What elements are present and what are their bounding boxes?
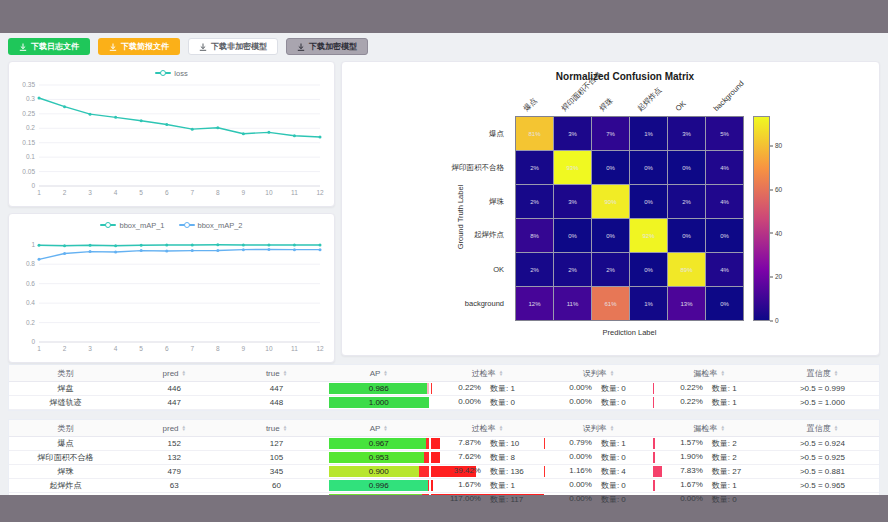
cell-misjudge-rate: 0.79%数量: 1 — [544, 437, 653, 450]
svg-text:0.1: 0.1 — [26, 153, 35, 160]
confusion-matrix-row-labels: 爆点焊印面积不合格焊珠起焊炸点OKbackground — [342, 117, 510, 320]
svg-text:2: 2 — [63, 189, 67, 196]
dashboard-content: 下载日志文件 下载简报文件 下载非加密模型 下载加密模型 loss 00.050… — [0, 33, 888, 508]
cell-true: 105 — [226, 451, 326, 464]
column-header[interactable]: 置信度▲▼ — [766, 420, 879, 436]
svg-text:10: 10 — [265, 189, 273, 196]
column-header[interactable]: 置信度▲▼ — [766, 365, 879, 381]
matrix-cell: 4% — [706, 253, 743, 286]
svg-text:0.15: 0.15 — [22, 139, 35, 146]
cell-miss-rate: 1.57%数量: 2 — [653, 437, 766, 450]
cell-misjudge-rate: 0.00%数量: 0 — [544, 493, 653, 506]
download-icon — [199, 43, 207, 51]
cell-ap: 0.900 — [327, 465, 431, 478]
cell-pred: 446 — [122, 382, 226, 395]
matrix-row-label: 焊印面积不合格 — [342, 151, 510, 185]
matrix-cell: 7% — [592, 117, 629, 150]
loss-chart-card: loss 00.050.10.150.20.250.30.35123456789… — [8, 61, 335, 207]
download-plain-model-button[interactable]: 下载非加密模型 — [188, 38, 278, 55]
cell-misjudge-rate: 1.16%数量: 4 — [544, 465, 653, 478]
cell-ap: 0.967 — [327, 437, 431, 450]
metrics-tables: 类别pred▲▼true▲▼AP▲▼过检率▲▼误判率▲▼漏检率▲▼置信度▲▼焊盘… — [8, 364, 880, 508]
button-label: 下载加密模型 — [309, 41, 357, 52]
svg-text:11: 11 — [291, 189, 298, 196]
matrix-cell: 89% — [668, 253, 705, 286]
column-header[interactable]: pred▲▼ — [122, 365, 226, 381]
sort-icon[interactable]: ▲▼ — [383, 425, 387, 432]
matrix-row-label: background — [342, 286, 510, 320]
download-button-row: 下载日志文件 下载简报文件 下载非加密模型 下载加密模型 — [8, 38, 880, 55]
button-label: 下载简报文件 — [121, 41, 169, 52]
column-header[interactable]: AP▲▼ — [327, 365, 431, 381]
cell-misjudge-rate: 0.00%数量: 0 — [544, 451, 653, 464]
line-charts-column: loss 00.050.10.150.20.250.30.35123456789… — [8, 61, 335, 356]
column-header[interactable]: 过检率▲▼ — [431, 420, 544, 436]
download-icon — [19, 43, 27, 51]
download-encrypted-model-button[interactable]: 下载加密模型 — [286, 38, 368, 55]
sort-icon[interactable]: ▲▼ — [182, 425, 186, 432]
svg-text:6: 6 — [165, 345, 169, 352]
sort-icon[interactable]: ▲▼ — [834, 370, 838, 377]
download-icon — [109, 43, 117, 51]
cell-pred: 152 — [122, 437, 226, 450]
column-header[interactable]: 过检率▲▼ — [431, 365, 544, 381]
matrix-cell: 1% — [630, 117, 667, 150]
column-header[interactable]: 漏检率▲▼ — [653, 420, 766, 436]
sort-icon[interactable]: ▲▼ — [610, 370, 614, 377]
svg-text:0.6: 0.6 — [26, 280, 35, 287]
sort-icon[interactable]: ▲▼ — [721, 370, 725, 377]
cell-over-detection-rate: 0.00%数量: 0 — [431, 396, 544, 409]
sort-icon[interactable]: ▲▼ — [383, 370, 387, 377]
legend-item[interactable]: bbox_mAP_2 — [179, 221, 243, 230]
svg-text:0: 0 — [31, 182, 35, 189]
sort-icon[interactable]: ▲▼ — [721, 425, 725, 432]
svg-text:3: 3 — [88, 189, 92, 196]
charts-area: loss 00.050.10.150.20.250.30.35123456789… — [8, 61, 880, 356]
matrix-cell: 0% — [630, 185, 667, 218]
confusion-matrix-title: Normalized Confusion Matrix — [510, 71, 740, 82]
sort-icon[interactable]: ▲▼ — [283, 370, 287, 377]
matrix-cell: 0% — [706, 287, 743, 320]
column-header[interactable]: 误判率▲▼ — [544, 365, 653, 381]
legend-item[interactable]: loss — [155, 69, 187, 78]
sort-icon[interactable]: ▲▼ — [610, 425, 614, 432]
column-header[interactable]: pred▲▼ — [122, 420, 226, 436]
matrix-cell: 4% — [706, 151, 743, 184]
svg-text:0.2: 0.2 — [26, 124, 35, 131]
cell-over-detection-rate: 7.62%数量: 8 — [431, 451, 544, 464]
matrix-cell: 92% — [630, 219, 667, 252]
column-header[interactable]: true▲▼ — [226, 420, 326, 436]
svg-text:4: 4 — [114, 345, 118, 352]
sort-icon[interactable]: ▲▼ — [499, 370, 503, 377]
sort-icon[interactable]: ▲▼ — [283, 425, 287, 432]
download-report-button[interactable]: 下载简报文件 — [98, 38, 180, 55]
svg-text:9: 9 — [242, 189, 246, 196]
cell-ap: 1.000 — [327, 396, 431, 409]
sort-icon[interactable]: ▲▼ — [499, 425, 503, 432]
column-header[interactable]: 误判率▲▼ — [544, 420, 653, 436]
sort-icon[interactable]: ▲▼ — [834, 425, 838, 432]
legend-item[interactable]: bbox_mAP_1 — [100, 221, 164, 230]
table-row: 起焊炸点63600.9961.67%数量: 10.00%数量: 01.67%数量… — [9, 479, 879, 493]
sort-icon[interactable]: ▲▼ — [182, 370, 186, 377]
svg-text:1: 1 — [37, 189, 41, 196]
matrix-cell: 2% — [668, 185, 705, 218]
download-icon — [297, 43, 305, 51]
matrix-cell: 2% — [516, 151, 553, 184]
matrix-cell: 0% — [706, 219, 743, 252]
svg-text:0.05: 0.05 — [22, 168, 35, 175]
column-header[interactable]: 漏检率▲▼ — [653, 365, 766, 381]
window-chrome-top — [0, 0, 888, 33]
colorbar-tick: 60 — [770, 186, 782, 193]
download-log-button[interactable]: 下载日志文件 — [8, 38, 90, 55]
matrix-column-label: 起焊炸点 — [636, 85, 664, 113]
column-header[interactable]: AP▲▼ — [327, 420, 431, 436]
svg-text:0.25: 0.25 — [22, 110, 35, 117]
svg-text:1: 1 — [37, 345, 41, 352]
cell-miss-rate: 0.22%数量: 1 — [653, 396, 766, 409]
cell-confidence: >0.5 = 1.000 — [766, 396, 879, 409]
cell-misjudge-rate: 0.00%数量: 0 — [544, 396, 653, 409]
button-label: 下载非加密模型 — [211, 41, 267, 52]
column-header[interactable]: true▲▼ — [226, 365, 326, 381]
svg-text:2: 2 — [63, 345, 67, 352]
